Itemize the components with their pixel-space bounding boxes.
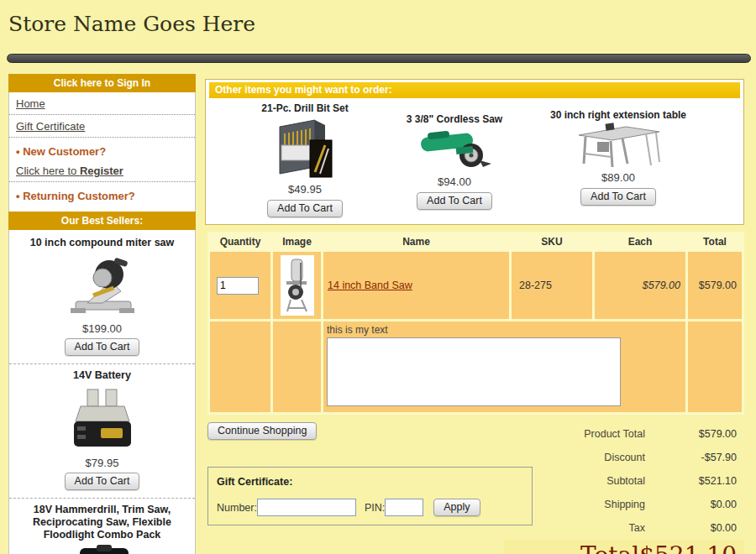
suggested-product-name: 21-Pc. Drill Bit Set <box>221 102 389 114</box>
best-seller-name: 14V Battery <box>9 364 195 384</box>
sku-cell: 28-275 <box>512 252 592 319</box>
note-label: this is my text <box>327 324 685 336</box>
apply-button[interactable]: Apply <box>433 499 480 516</box>
totals-value: $0.00 <box>645 499 744 510</box>
suggested-product-price: $94.00 <box>383 175 526 188</box>
best-seller-price: $79.95 <box>9 457 195 469</box>
continue-shopping-button[interactable]: Continue Shopping <box>207 422 317 440</box>
total-cell: $579.00 <box>688 252 742 319</box>
totals-row: Discount -$57.90 <box>504 446 744 469</box>
cart-header-row: Quantity Image Name SKU Each Total <box>210 234 742 249</box>
best-sellers-panel: Our Best Sellers: 10 inch compound miter… <box>8 212 196 554</box>
totals-label: Subtotal <box>504 475 645 487</box>
image-cell <box>273 252 321 319</box>
quantity-cell <box>210 252 270 319</box>
totals-value: $579.00 <box>645 428 744 440</box>
empty-cell <box>273 321 321 412</box>
combo-pack-photo <box>9 543 195 554</box>
storefront-page: Store Name Goes Here Click here to Sign … <box>0 0 756 554</box>
gift-certificate-title: Gift Certificate: <box>217 476 292 488</box>
signin-header-button[interactable]: Click here to Sign In <box>8 74 196 92</box>
gift-pin-label: PIN: <box>365 502 385 514</box>
suggested-items-header: Other items you might want to order: <box>209 82 740 98</box>
cart-note-row: this is my text <box>210 321 742 412</box>
cart-item-sku: 28-275 <box>512 280 552 291</box>
totals-label: Product Total <box>504 428 645 440</box>
column-header-quantity: Quantity <box>210 234 270 249</box>
totals-label: Discount <box>504 452 645 463</box>
suggested-product-price: $89.00 <box>526 171 711 184</box>
drill-bit-set-photo <box>221 114 389 181</box>
totals-label: Shipping <box>504 499 645 510</box>
empty-cell <box>210 321 270 412</box>
cordless-saw-photo <box>383 125 526 174</box>
quantity-input[interactable] <box>217 277 259 295</box>
extension-table-photo <box>526 121 711 170</box>
header-divider <box>7 54 751 63</box>
register-link[interactable]: Click here to Register <box>9 159 195 182</box>
totals-row: Subtotal $521.10 <box>504 469 744 493</box>
cart-item-row: 14 inch Band Saw 28-275 $579.00 $579.00 <box>210 252 742 319</box>
new-customer-label: • New Customer? <box>9 138 195 159</box>
register-link-bold: Register <box>80 165 123 177</box>
grand-total-row: Total $521.10 <box>504 540 744 554</box>
totals-row: Product Total $579.00 <box>504 422 744 446</box>
add-to-cart-button[interactable]: Add To Cart <box>580 188 656 206</box>
sidebar-item-home[interactable]: Home <box>9 92 195 115</box>
cart-item-link[interactable]: 14 inch Band Saw <box>323 280 412 291</box>
suggested-product: 3 3/8" Cordless Saw $94.00 Add To Cart <box>383 113 526 210</box>
suggested-product-name: 30 inch right extension table <box>526 109 711 121</box>
best-seller-price: $199.00 <box>9 322 195 335</box>
note-cell: this is my text <box>323 321 685 412</box>
best-seller-name: 10 inch compound miter saw <box>9 234 195 251</box>
add-to-cart-button[interactable]: Add To Cart <box>65 473 140 490</box>
miter-saw-photo <box>9 251 195 320</box>
gift-number-label: Number: <box>217 502 257 514</box>
best-seller-name: 18V Hammerdrill, Trim Saw, Reciprocating… <box>9 499 195 543</box>
gift-number-input[interactable] <box>257 499 356 516</box>
suggested-product: 21-Pc. Drill Bit Set $ <box>221 102 389 217</box>
column-header-image: Image <box>273 234 321 249</box>
add-to-cart-button[interactable]: Add To Cart <box>267 200 343 217</box>
cart-item-total: $579.00 <box>688 280 742 291</box>
column-header-sku: SKU <box>512 234 592 249</box>
totals-value: -$57.90 <box>645 452 744 463</box>
signin-panel: Click here to Sign In Home Gift Certific… <box>8 74 196 230</box>
column-header-name: Name <box>323 234 509 249</box>
totals-row: Tax $0.00 <box>504 516 744 540</box>
cart-item-each: $579.00 <box>595 280 685 291</box>
band-saw-photo <box>281 255 314 316</box>
battery-photo <box>9 384 195 454</box>
add-to-cart-button[interactable]: Add To Cart <box>417 192 492 210</box>
register-link-prefix: Click here to <box>16 165 80 177</box>
best-sellers-header: Our Best Sellers: <box>8 212 196 230</box>
add-to-cart-button[interactable]: Add To Cart <box>65 338 140 356</box>
column-header-total: Total <box>688 234 742 249</box>
grand-total-value: $521.10 <box>639 541 744 554</box>
suggested-items-panel: Other items you might want to order: 21-… <box>205 79 744 225</box>
returning-customer-label: • Returning Customer? <box>9 182 195 204</box>
name-cell: 14 inch Band Saw <box>323 252 509 319</box>
note-textarea[interactable] <box>327 337 621 406</box>
grand-total-label: Total <box>504 541 639 554</box>
sidebar-item-gift-certificate[interactable]: Gift Certificate <box>9 115 195 138</box>
column-header-each: Each <box>595 234 685 249</box>
cart-table: Quantity Image Name SKU Each Total <box>207 232 744 415</box>
totals-value: $521.10 <box>645 475 744 487</box>
empty-cell <box>688 321 742 412</box>
each-cell: $579.00 <box>595 252 685 319</box>
suggested-product-name: 3 3/8" Cordless Saw <box>383 113 526 125</box>
suggested-product: 30 inch right extension table $89.0 <box>526 109 711 206</box>
gift-pin-input[interactable] <box>385 499 423 516</box>
suggested-product-price: $49.95 <box>221 183 389 196</box>
totals-label: Tax <box>504 522 645 534</box>
page-title: Store Name Goes Here <box>8 12 255 36</box>
order-totals: Product Total $579.00 Discount -$57.90 S… <box>504 422 744 554</box>
totals-value: $0.00 <box>645 522 744 534</box>
totals-row: Shipping $0.00 <box>504 493 744 516</box>
gift-certificate-panel: Gift Certificate: Number: PIN: Apply <box>207 467 533 525</box>
